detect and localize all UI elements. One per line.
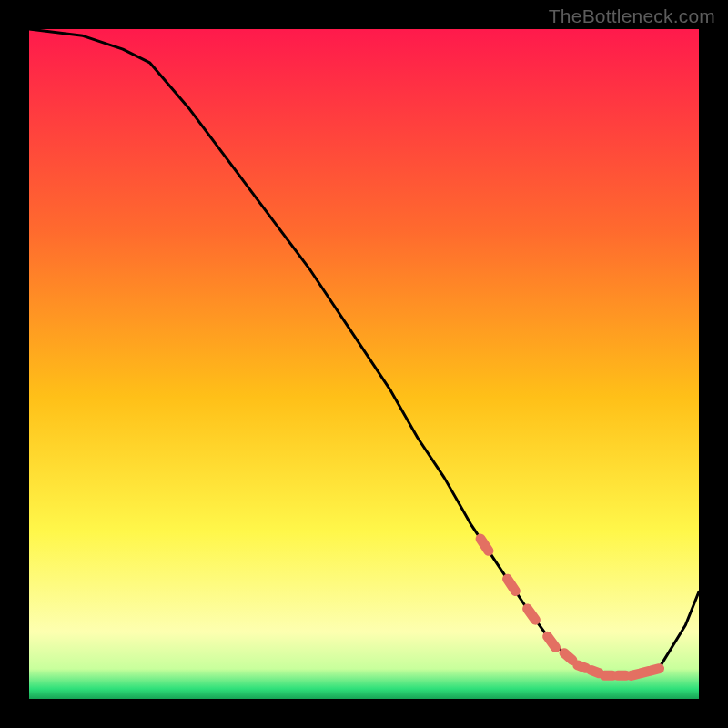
marker-point [480,539,489,551]
chart-frame: TheBottleneck.com [0,0,728,728]
marker-point [528,609,536,620]
gradient-background [29,29,699,699]
marker-point [548,636,556,647]
plot-area [29,29,699,699]
bottleneck-chart [29,29,699,699]
watermark-label: TheBottleneck.com [549,5,715,27]
marker-point [564,653,572,661]
marker-point [508,579,516,591]
marker-point [578,665,586,668]
marker-point [652,669,660,671]
marker-point [592,670,600,672]
